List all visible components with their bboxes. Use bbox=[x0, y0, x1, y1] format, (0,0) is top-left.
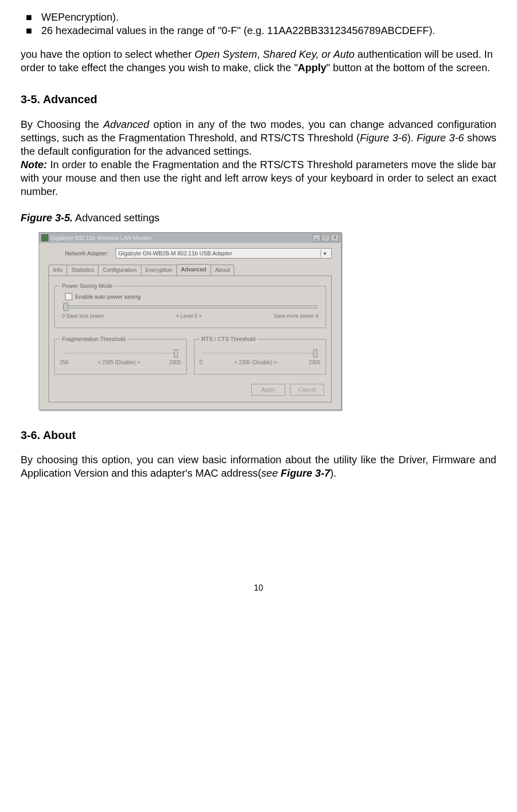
frag-scale: 256 < 2305 (Disable) > 2305 bbox=[60, 359, 181, 366]
psm-slider[interactable] bbox=[63, 305, 317, 308]
figure-3-5-caption: Figure 3-5. Advanced settings bbox=[21, 211, 496, 224]
tab-info[interactable]: Info bbox=[49, 265, 67, 275]
close-button[interactable]: x bbox=[331, 234, 339, 241]
note-body: In order to enable the Fragmentation and… bbox=[21, 159, 496, 197]
adapter-dropdown[interactable]: Gigabyte GN-WB2B-M 802.11b USB Adapter ▾ bbox=[116, 248, 332, 258]
auth-seg-b: , bbox=[257, 48, 263, 60]
note-label: Note: bbox=[21, 159, 47, 170]
auth-paragraph: you have the option to select whether Op… bbox=[21, 47, 496, 74]
tab-encryption[interactable]: Encryption bbox=[141, 265, 177, 275]
hex-values-text: 26 hexadecimal values in the range of "0… bbox=[41, 25, 435, 36]
wep-list: WEPencryption). 26 hexadecimal values in… bbox=[21, 10, 496, 37]
psm-scale: 0 Save less power < Level 0 > Save more … bbox=[62, 313, 318, 319]
adv-italic-2: Figure 3-6 bbox=[360, 132, 407, 143]
tab-strip: Info Statistics Configuration Encryption… bbox=[39, 262, 341, 275]
section-3-6-heading: 3-6. About bbox=[21, 428, 496, 443]
psm-checkbox[interactable] bbox=[65, 293, 72, 300]
threshold-row: Fragmentation Threshold 256 < 2305 (Disa… bbox=[54, 334, 326, 381]
adv-seg-a: By Choosing the bbox=[21, 119, 103, 130]
frag-legend: Fragmentation Threshold bbox=[60, 335, 127, 343]
advanced-panel: Power Saving Mode Enable auto power savi… bbox=[49, 275, 332, 402]
auth-seg-a: you have the option to select whether bbox=[21, 48, 195, 60]
about-paragraph: By choosing this option, you can view ba… bbox=[21, 453, 496, 480]
auth-apply-bold: Apply bbox=[298, 62, 327, 73]
auth-italic-2: Shared Key, or Auto bbox=[263, 48, 354, 60]
hex-values-bullet: 26 hexadecimal values in the range of "0… bbox=[41, 24, 496, 37]
tab-about[interactable]: About bbox=[211, 265, 235, 275]
frag-max: 2305 bbox=[169, 359, 181, 366]
rts-scale: 0 < 2305 (Disable) > 2305 bbox=[200, 359, 321, 366]
maximize-button[interactable]: □ bbox=[321, 234, 330, 241]
section-3-5-heading: 3-5. Advanced bbox=[21, 92, 496, 107]
wep-frag-continuation: WEPencryption). bbox=[41, 10, 496, 24]
rts-cts-group: RTS / CTS Threshold 0 < 2305 (Disable) >… bbox=[194, 335, 327, 375]
chevron-down-icon: ▾ bbox=[320, 250, 329, 257]
about-seg-a: By choosing this option, you can view ba… bbox=[21, 454, 496, 479]
apply-button[interactable]: Apply bbox=[251, 384, 285, 395]
power-saving-group: Power Saving Mode Enable auto power savi… bbox=[54, 282, 326, 328]
adv-italic-3: Figure 3-6 bbox=[417, 132, 464, 143]
tab-advanced[interactable]: Advanced bbox=[176, 264, 211, 275]
adapter-label: Network Adapter: bbox=[65, 250, 108, 257]
auth-italic-1: Open System bbox=[195, 48, 257, 60]
advanced-paragraph: By Choosing the Advanced option in any o… bbox=[21, 118, 496, 198]
frag-slider[interactable] bbox=[63, 353, 178, 354]
cancel-button[interactable]: Cancel bbox=[290, 384, 324, 395]
fragmentation-group: Fragmentation Threshold 256 < 2305 (Disa… bbox=[54, 335, 187, 375]
adv-italic-1: Advanced bbox=[103, 119, 149, 130]
page-number: 10 bbox=[21, 583, 496, 594]
wep-frag-text: WEPencryption). bbox=[41, 11, 119, 23]
about-seg-b: ). bbox=[330, 467, 336, 479]
psm-checkbox-label: Enable auto power saving bbox=[75, 293, 141, 300]
frag-mid: < 2305 (Disable) > bbox=[98, 359, 140, 366]
adapter-row: Network Adapter: Gigabyte GN-WB2B-M 802.… bbox=[39, 243, 341, 262]
rts-min: 0 bbox=[200, 359, 203, 366]
titlebar-buttons: _ □ x bbox=[312, 234, 339, 241]
figcap-text: Advanced settings bbox=[73, 212, 159, 223]
psm-legend: Power Saving Mode bbox=[60, 282, 115, 289]
rts-slider[interactable] bbox=[203, 353, 318, 354]
rts-max: 2305 bbox=[309, 359, 320, 366]
titlebar: Gigabyte 802.11b Wireless LAN Monitor _ … bbox=[39, 233, 341, 243]
rts-mid: < 2305 (Disable) > bbox=[234, 359, 277, 366]
rts-legend: RTS / CTS Threshold bbox=[200, 335, 258, 343]
adv-seg-c: ). bbox=[407, 132, 416, 143]
adapter-selected: Gigabyte GN-WB2B-M 802.11b USB Adapter bbox=[118, 250, 232, 257]
about-italic: see bbox=[261, 467, 281, 479]
psm-scale-left: 0 Save less power bbox=[62, 313, 104, 319]
minimize-button[interactable]: _ bbox=[312, 234, 320, 241]
frag-slider-thumb[interactable] bbox=[174, 349, 178, 358]
wlan-monitor-window: Gigabyte 802.11b Wireless LAN Monitor _ … bbox=[39, 232, 342, 410]
frag-min: 256 bbox=[60, 359, 69, 366]
auth-seg-d: " button at the bottom of the screen. bbox=[327, 62, 490, 73]
tab-statistics[interactable]: Statistics bbox=[67, 265, 99, 275]
window-title: Gigabyte 802.11b Wireless LAN Monitor bbox=[51, 234, 152, 241]
button-row: Apply Cancel bbox=[54, 381, 326, 396]
psm-slider-thumb[interactable] bbox=[63, 303, 68, 311]
tab-configuration[interactable]: Configuration bbox=[98, 265, 141, 275]
figcap-label: Figure 3-5. bbox=[21, 212, 73, 223]
rts-slider-thumb[interactable] bbox=[313, 349, 317, 358]
about-figref: Figure 3-7 bbox=[281, 467, 330, 479]
psm-checkbox-row: Enable auto power saving bbox=[60, 293, 320, 300]
psm-scale-right: Save more power 4 bbox=[273, 313, 318, 319]
psm-scale-mid: < Level 0 > bbox=[176, 313, 201, 319]
app-icon bbox=[41, 234, 49, 241]
